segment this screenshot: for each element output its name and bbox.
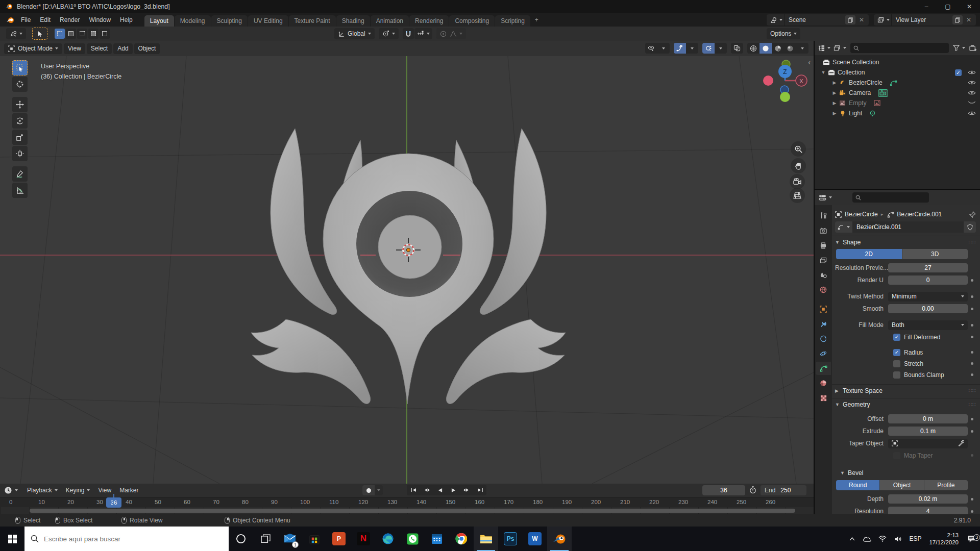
tray-expand-icon[interactable] — [844, 537, 860, 541]
prev-keyframe-button[interactable] — [420, 485, 433, 495]
expand-icon[interactable]: ▶ — [831, 80, 838, 85]
map-taper-checkbox[interactable] — [893, 452, 900, 459]
workspace-tab[interactable]: Animation — [371, 15, 409, 27]
editor-type-timeline-button[interactable] — [4, 486, 18, 494]
timeline-menu-playback[interactable]: Playback — [23, 487, 62, 494]
workspace-tab[interactable]: Texture Paint — [289, 15, 336, 27]
fill-mode-dropdown[interactable]: Both — [888, 320, 968, 330]
breadcrumb-data[interactable]: BezierCircle.001 — [897, 211, 942, 218]
bevel-round-button[interactable]: Round — [836, 480, 880, 490]
tab-texture-icon[interactable] — [816, 391, 831, 405]
eyedropper-icon[interactable] — [958, 440, 964, 446]
snap-toggle-button[interactable] — [403, 28, 414, 39]
logo-object[interactable] — [251, 129, 566, 404]
viewport-3d[interactable]: Object Mode ViewSelectAddObject — [0, 41, 814, 484]
timeline-menu-keying[interactable]: Keying — [62, 487, 94, 494]
maximize-button[interactable]: ▢ — [937, 0, 959, 13]
bevel-resolution-field[interactable]: 4 — [888, 507, 968, 514]
next-keyframe-button[interactable] — [460, 485, 473, 495]
timeline-ruler[interactable]: 0102030405060708090100110120130140150160… — [0, 497, 814, 507]
powerpoint-app-icon[interactable]: P — [327, 527, 351, 551]
section-shape[interactable]: ▼Shape∷∷ — [832, 236, 980, 248]
offset-field[interactable]: 0 m — [888, 414, 968, 423]
timeline-menu-marker[interactable]: Marker — [115, 487, 142, 494]
smooth-field[interactable]: 0.00 — [888, 304, 968, 313]
notifications-icon[interactable]: 3 — [963, 535, 980, 543]
outliner-row-camera[interactable]: ▶ Camera — [815, 88, 980, 98]
task-view-button[interactable] — [253, 527, 278, 551]
menu-item[interactable]: Window — [84, 15, 115, 25]
tab-physics-icon[interactable] — [816, 347, 831, 360]
bounds-clamp-checkbox[interactable] — [893, 371, 900, 379]
chrome-app-icon[interactable] — [449, 527, 474, 551]
workspace-tab[interactable]: UV Editing — [248, 15, 288, 27]
outliner-row-beziercircle[interactable]: ▶ BezierCircle — [815, 78, 980, 88]
close-button[interactable]: ✕ — [959, 0, 980, 13]
expand-icon[interactable]: ▶ — [831, 90, 838, 95]
add-workspace-button[interactable]: + — [531, 16, 543, 23]
proportional-editing-group[interactable] — [436, 28, 466, 39]
snap-settings-dropdown[interactable] — [414, 28, 432, 39]
tool-move-button[interactable] — [12, 97, 28, 112]
show-gizmo-icon[interactable] — [674, 43, 686, 54]
shape-3d-button[interactable]: 3D — [902, 249, 968, 259]
store-app-icon[interactable] — [302, 527, 327, 551]
viewport-menu-item[interactable]: View — [64, 43, 85, 54]
gizmo-dropdown[interactable] — [686, 43, 698, 54]
show-object-types-dropdown[interactable] — [657, 43, 670, 54]
eye-icon[interactable] — [968, 90, 976, 95]
fake-user-shield-icon[interactable] — [964, 221, 976, 233]
xray-toggle-icon[interactable] — [731, 43, 743, 54]
outliner-row-light[interactable]: ▶ Light — [815, 108, 980, 118]
timeline-menu-view[interactable]: View — [94, 487, 115, 494]
eye-icon[interactable] — [968, 70, 976, 75]
animate-dot[interactable] — [968, 336, 976, 338]
section-texture-space[interactable]: ▶Texture Space∷∷ — [832, 384, 980, 396]
jump-to-start-button[interactable] — [407, 485, 420, 495]
outliner-display-mode-dropdown[interactable] — [834, 45, 846, 52]
curve-datablock-dropdown[interactable] — [835, 221, 852, 233]
bevel-profile-button[interactable]: Profile — [924, 480, 968, 490]
photoshop-app-icon[interactable]: Ps — [498, 527, 523, 551]
play-button[interactable] — [447, 485, 460, 495]
tab-scene-icon[interactable] — [816, 268, 831, 282]
tab-modifiers-icon[interactable] — [816, 317, 831, 331]
zoom-view-icon[interactable] — [791, 141, 806, 157]
remove-view-layer-icon[interactable]: ✕ — [964, 15, 974, 24]
show-overlays-icon[interactable] — [702, 43, 715, 54]
outliner-row-collection[interactable]: ▼ Collection ✓ — [815, 67, 980, 78]
unlink-scene-icon[interactable]: ✕ — [856, 15, 867, 24]
fill-deformed-checkbox[interactable]: ✓ — [893, 334, 900, 341]
cortana-button[interactable] — [229, 527, 253, 551]
onedrive-icon[interactable] — [860, 536, 875, 542]
new-scene-icon[interactable] — [845, 15, 855, 24]
tab-world-icon[interactable] — [816, 283, 831, 296]
workspace-tab[interactable]: Modeling — [175, 15, 211, 27]
viewport-menu-item[interactable]: Object — [134, 43, 160, 54]
animate-dot[interactable] — [968, 418, 976, 420]
tab-output-icon[interactable] — [816, 239, 831, 252]
netflix-app-icon[interactable]: N — [351, 527, 376, 551]
mode-dropdown[interactable]: Object Mode — [4, 43, 62, 54]
mail-app-icon[interactable]: 1 — [278, 527, 302, 551]
viewport-menu-item[interactable]: Add — [113, 43, 132, 54]
minimize-button[interactable]: – — [916, 0, 937, 13]
outliner-row-empty[interactable]: ▶ Empty — [815, 98, 980, 108]
word-app-icon[interactable]: W — [523, 527, 547, 551]
tab-particles-icon[interactable] — [816, 332, 831, 345]
play-reverse-button[interactable] — [433, 485, 447, 495]
playhead-line[interactable] — [113, 494, 114, 505]
workspace-tab[interactable]: Shading — [336, 15, 370, 27]
volume-icon[interactable] — [890, 536, 905, 542]
scene-selector[interactable]: Scene ✕ — [767, 14, 869, 26]
menu-item[interactable]: Help — [115, 15, 137, 25]
stretch-checkbox[interactable] — [893, 360, 900, 367]
expand-icon[interactable]: ▶ — [831, 111, 838, 116]
animate-dot[interactable] — [968, 324, 976, 327]
whatsapp-app-icon[interactable] — [400, 527, 425, 551]
search-input[interactable] — [44, 535, 212, 543]
pivot-point-dropdown[interactable] — [379, 28, 399, 39]
eye-icon[interactable] — [968, 80, 976, 85]
tab-view-layer-icon[interactable] — [816, 254, 831, 267]
select-mode-extend-icon[interactable] — [66, 29, 76, 39]
